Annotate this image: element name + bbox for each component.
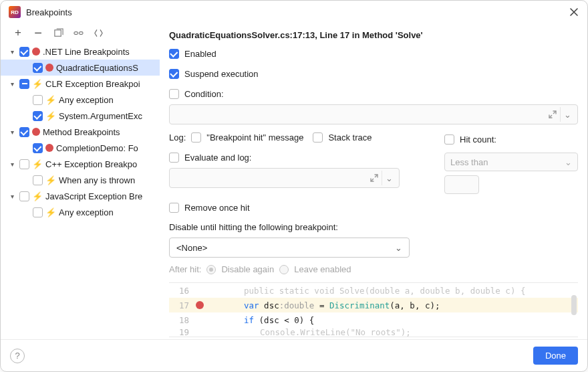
svg-rect-0 — [54, 29, 60, 35]
help-icon[interactable]: ? — [10, 349, 25, 363]
tree-item[interactable]: ▾ ⚡ Any exception — [1, 204, 160, 220]
checkbox[interactable] — [33, 63, 43, 73]
suspend-label: Suspend execution — [184, 69, 259, 79]
disable-until-select[interactable]: <None> ⌄ — [169, 238, 410, 258]
enabled-checkbox[interactable] — [169, 49, 179, 59]
checkbox[interactable] — [33, 175, 43, 185]
chevron-down-icon[interactable]: ▾ — [7, 80, 17, 88]
condition-input[interactable]: ⌄ — [169, 104, 578, 124]
group-icon[interactable] — [53, 27, 63, 38]
tree-label: QuadraticEquationsS — [56, 63, 138, 73]
tree-group-clr-exception[interactable]: ▾ ⚡ CLR Exception Breakpoi — [1, 76, 160, 92]
svg-rect-1 — [74, 31, 78, 34]
tree-group-cpp-exception[interactable]: ▾ ⚡ C++ Exception Breakpo — [1, 156, 160, 172]
checkbox[interactable] — [19, 127, 29, 137]
tree-group-js-exception[interactable]: ▾ ⚡ JavaScript Exception Bre — [1, 188, 160, 204]
hit-count-value-input[interactable] — [444, 175, 479, 194]
remove-once-hit-checkbox[interactable] — [169, 203, 179, 213]
after-hit-disable-again-label: Disable again — [221, 264, 274, 274]
checkbox[interactable] — [33, 143, 43, 153]
enabled-label: Enabled — [184, 49, 216, 59]
breakpoint-hit-message-label: "Breakpoint hit" message — [206, 132, 303, 143]
tree-item[interactable]: ▾ ⚡ System.ArgumentExc — [1, 108, 160, 124]
add-breakpoint-icon[interactable]: + — [13, 27, 23, 38]
after-hit-leave-enabled-radio[interactable] — [279, 265, 289, 274]
exception-bolt-icon: ⚡ — [32, 159, 43, 169]
tree-label: C++ Exception Breakpo — [45, 159, 137, 169]
dialog-title: Breakpoints — [26, 7, 72, 17]
after-hit-leave-enabled-label: Leave enabled — [294, 264, 351, 274]
checkbox[interactable] — [33, 95, 43, 105]
close-icon[interactable] — [569, 7, 579, 17]
condition-label: Condition: — [184, 89, 224, 99]
remove-once-hit-label: Remove once hit — [184, 203, 250, 213]
stack-trace-label: Stack trace — [328, 132, 372, 143]
condition-checkbox[interactable] — [169, 89, 179, 99]
app-icon: RD — [9, 6, 21, 18]
hit-count-checkbox[interactable] — [444, 134, 454, 145]
code-line: 19 Console.WriteLine("No roots"); — [169, 327, 578, 337]
breakpoint-dot-icon — [32, 48, 40, 56]
code-line: 18 if (dsc < 0) { — [169, 312, 578, 327]
tree-label: When any is thrown — [59, 175, 135, 185]
tree-label: Method Breakpoints — [43, 127, 120, 137]
checkbox[interactable] — [19, 191, 29, 201]
chevron-down-icon[interactable]: ▾ — [7, 48, 17, 56]
tree-label: CompletionDemo: Fo — [56, 143, 138, 153]
remove-breakpoint-icon[interactable]: − — [33, 27, 43, 38]
breakpoints-tree: ▾ .NET Line Breakpoints ▾ QuadraticEquat… — [1, 42, 160, 339]
checkbox[interactable] — [19, 47, 29, 57]
chevron-down-icon[interactable]: ▾ — [7, 193, 17, 200]
code-text: public static void Solve(double a, doubl… — [217, 286, 525, 296]
done-button[interactable]: Done — [533, 347, 578, 365]
breakpoint-hit-message-checkbox[interactable] — [191, 132, 201, 143]
breakpoint-dot-icon — [196, 301, 204, 309]
view-options-icon[interactable] — [73, 27, 84, 38]
hit-count-label: Hit count: — [460, 134, 496, 145]
gutter-line-number: 18 — [169, 315, 193, 325]
disable-until-label: Disable until hitting the following brea… — [169, 222, 578, 232]
checkbox[interactable] — [33, 111, 43, 121]
code-text: if (dsc < 0) { — [217, 315, 314, 325]
checkbox-mixed[interactable] — [19, 79, 29, 89]
after-hit-disable-again-radio[interactable] — [206, 265, 216, 274]
checkbox[interactable] — [33, 207, 43, 217]
tree-label: Any exception — [59, 95, 114, 105]
checkbox[interactable] — [19, 159, 29, 169]
expand-icon[interactable] — [545, 107, 560, 122]
after-hit-label: After hit: — [169, 264, 201, 274]
disable-until-value: <None> — [176, 243, 207, 253]
exception-bolt-icon: ⚡ — [45, 175, 56, 185]
exception-bolt-icon: ⚡ — [45, 111, 56, 121]
detail-panel: QuadraticEquationsSolver.cs:17:13, Line … — [160, 23, 587, 339]
breakpoint-dot-icon — [45, 64, 53, 72]
evaluate-and-log-input[interactable]: ⌄ — [169, 168, 400, 188]
tree-item[interactable]: ▾ ⚡ When any is thrown — [1, 172, 160, 188]
hit-count-mode-select[interactable]: Less than ⌄ — [444, 153, 578, 171]
gutter-breakpoint[interactable] — [193, 301, 217, 309]
suspend-row: Suspend execution — [169, 67, 578, 80]
chevron-down-icon[interactable]: ⌄ — [382, 171, 396, 185]
tree-group-net-line[interactable]: ▾ .NET Line Breakpoints — [1, 43, 160, 60]
suspend-checkbox[interactable] — [169, 69, 179, 79]
code-icon[interactable] — [93, 27, 104, 38]
code-preview: 16 public static void Solve(double a, do… — [169, 282, 578, 337]
stack-trace-checkbox[interactable] — [313, 132, 323, 143]
chevron-down-icon[interactable]: ▾ — [7, 161, 17, 168]
breakpoint-dot-icon — [32, 128, 40, 136]
chevron-down-icon[interactable]: ⌄ — [560, 107, 575, 122]
chevron-down-icon: ⌄ — [565, 157, 572, 167]
tree-item[interactable]: ▾ CompletionDemo: Fo — [1, 140, 160, 156]
tree-label: CLR Exception Breakpoi — [45, 79, 140, 89]
tree-label: Any exception — [59, 207, 114, 217]
expand-icon[interactable] — [367, 171, 382, 185]
hit-count-mode-value: Less than — [450, 157, 488, 167]
evaluate-and-log-checkbox[interactable] — [169, 153, 179, 163]
enabled-row: Enabled — [169, 47, 578, 60]
tree-group-method[interactable]: ▾ Method Breakpoints — [1, 124, 160, 140]
tree-item-selected[interactable]: ▾ QuadraticEquationsS — [1, 60, 160, 76]
breakpoint-heading: QuadraticEquationsSolver.cs:17:13, Line … — [169, 30, 578, 40]
chevron-down-icon[interactable]: ▾ — [7, 128, 17, 136]
chevron-down-icon: ⌄ — [395, 243, 402, 253]
tree-item[interactable]: ▾ ⚡ Any exception — [1, 92, 160, 108]
